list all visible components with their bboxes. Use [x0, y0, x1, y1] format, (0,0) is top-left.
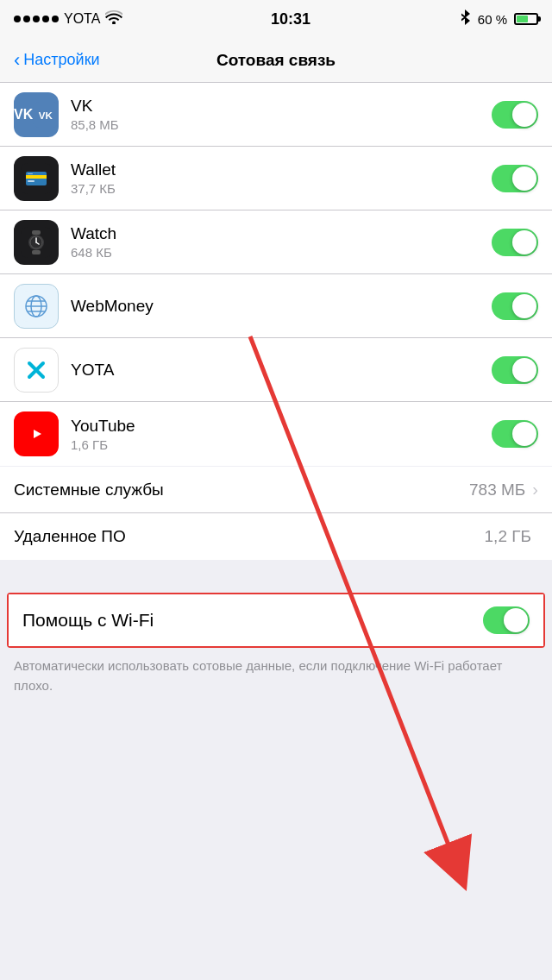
battery-fill — [517, 16, 528, 22]
wifi-help-section: Помощь с Wi-Fi — [0, 593, 552, 648]
svg-rect-5 — [28, 180, 34, 182]
svg-rect-9 — [32, 250, 41, 254]
system-services-item[interactable]: Системные службы 783 МБ › — [0, 467, 552, 513]
app-icon-wallet — [14, 156, 59, 201]
status-time: 10:31 — [271, 10, 310, 28]
wifi-desc-text: Автоматически использовать сотовые данны… — [14, 656, 538, 695]
toggle-knob — [504, 608, 528, 632]
app-info: YouTube 1,6 ГБ — [71, 417, 492, 452]
nav-back-button[interactable]: ‹ Настройки — [14, 49, 100, 72]
system-services-label: Системные службы — [14, 481, 469, 499]
wifi-description: Автоматически использовать сотовые данны… — [0, 648, 552, 709]
nav-bar: ‹ Настройки Сотовая связь — [0, 38, 552, 83]
svg-text:VK: VK — [39, 110, 53, 120]
remote-app-item: Удаленное ПО 1,2 ГБ — [0, 513, 552, 560]
app-icon-webmoney — [14, 284, 59, 329]
toggle-wifi-help[interactable] — [483, 606, 530, 634]
status-left: YOTA — [14, 10, 122, 28]
list-item: YOTA — [0, 338, 552, 402]
app-info: WebMoney — [71, 297, 492, 316]
battery-icon — [514, 13, 538, 25]
nav-back-label: Настройки — [23, 51, 99, 69]
remote-app-value: 1,2 ГБ — [485, 527, 531, 546]
wifi-help-label: Помощь с Wi-Fi — [22, 610, 483, 631]
app-icon-watch — [14, 220, 59, 265]
app-name: Wallet — [71, 160, 492, 179]
app-name: YouTube — [71, 417, 492, 436]
app-icon-yota — [14, 348, 59, 393]
app-info: Wallet 37,7 КБ — [71, 160, 492, 196]
back-arrow-icon: ‹ — [14, 49, 20, 72]
toggle-watch[interactable] — [492, 229, 538, 256]
toggle-knob — [512, 358, 536, 382]
app-name: Watch — [71, 224, 492, 243]
toggle-vk[interactable] — [492, 101, 538, 129]
app-icon-youtube — [14, 411, 59, 456]
toggle-knob — [512, 422, 536, 446]
app-size: 1,6 ГБ — [71, 437, 492, 452]
wifi-icon — [105, 10, 122, 28]
toggle-yota[interactable] — [492, 356, 538, 384]
list-item: Wallet 37,7 КБ — [0, 147, 552, 210]
battery-percent: 60 % — [478, 12, 507, 27]
list-item: VK VK 85,8 МБ — [0, 83, 552, 147]
system-items-list: Системные службы 783 МБ › Удаленное ПО 1… — [0, 467, 552, 560]
app-name: WebMoney — [71, 297, 492, 316]
app-size: 85,8 МБ — [71, 117, 492, 132]
wifi-help-item: Помощь с Wi-Fi — [9, 594, 543, 646]
toggle-knob — [512, 294, 536, 318]
svg-rect-6 — [28, 173, 33, 174]
app-info: YOTA — [71, 361, 492, 380]
chevron-right-icon: › — [532, 480, 538, 499]
nav-title: Сотовая связь — [216, 51, 336, 70]
svg-rect-4 — [26, 175, 47, 179]
system-services-value: 783 МБ — [469, 481, 525, 499]
app-size: 648 КБ — [71, 245, 492, 260]
signal-dots — [14, 16, 59, 22]
app-info: VK 85,8 МБ — [71, 97, 492, 132]
app-size: 37,7 КБ — [71, 181, 492, 196]
remote-app-label: Удаленное ПО — [14, 527, 485, 546]
list-item: Watch 648 КБ — [0, 210, 552, 274]
toggle-knob — [512, 230, 536, 254]
carrier-name: YOTA — [64, 11, 100, 27]
toggle-youtube[interactable] — [492, 420, 538, 448]
status-bar: YOTA 10:31 60 % — [0, 0, 552, 38]
status-right: 60 % — [459, 9, 538, 28]
list-item: WebMoney — [0, 274, 552, 338]
svg-rect-8 — [32, 230, 41, 235]
toggle-knob — [512, 103, 536, 127]
app-list: VK VK 85,8 МБ Wallet 37,7 КБ — [0, 83, 552, 466]
toggle-wallet[interactable] — [492, 165, 538, 192]
bluetooth-icon — [459, 9, 471, 28]
app-name: VK — [71, 97, 492, 116]
app-icon-vk: VK — [14, 92, 59, 137]
app-info: Watch 648 КБ — [71, 224, 492, 260]
list-item: YouTube 1,6 ГБ — [0, 402, 552, 466]
section-gap — [0, 560, 552, 593]
toggle-knob — [512, 166, 536, 191]
toggle-webmoney[interactable] — [492, 292, 538, 320]
app-name: YOTA — [71, 361, 492, 380]
